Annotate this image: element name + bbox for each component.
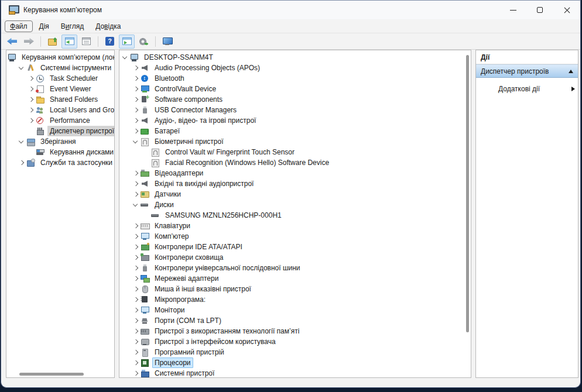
device-item[interactable]: Контролери універсальної послідовної шин… — [119, 263, 471, 273]
chevron-right-icon[interactable] — [131, 326, 141, 336]
device-item[interactable]: Audio Processing Objects (APOs) — [119, 63, 471, 73]
chevron-right-icon[interactable] — [131, 169, 141, 178]
forward-button[interactable] — [21, 35, 37, 49]
properties-button[interactable] — [78, 35, 94, 49]
chevron-right-icon[interactable] — [131, 337, 141, 346]
more-actions-item[interactable]: Додаткові дії — [476, 83, 578, 95]
device-item[interactable]: Батареї — [119, 126, 471, 136]
up-level-button[interactable] — [44, 35, 60, 49]
chevron-down-icon[interactable] — [131, 200, 141, 209]
device-item[interactable]: SAMSUNG MZNLN256HCHP-000H1 — [119, 210, 471, 221]
device-item[interactable]: Відеоадаптери — [119, 168, 471, 178]
chevron-down-icon[interactable] — [17, 63, 26, 73]
chevron-right-icon[interactable] — [26, 84, 36, 94]
device-item[interactable]: Bluetooth — [119, 73, 471, 84]
device-item[interactable]: Control Vault w/ Fingerprint Touch Senso… — [119, 147, 471, 157]
chevron-right-icon[interactable] — [131, 242, 141, 252]
chevron-right-icon[interactable] — [26, 105, 36, 115]
chevron-right-icon[interactable] — [131, 263, 141, 273]
tree-item[interactable]: Local Users and Groups — [6, 105, 114, 115]
tree-item[interactable]: Performance — [6, 115, 114, 126]
chevron-right-icon[interactable] — [131, 74, 141, 83]
device-item[interactable]: Монітори — [119, 305, 471, 315]
show-action-pane-button[interactable] — [119, 35, 135, 49]
device-item[interactable]: Клавіатури — [119, 221, 471, 231]
tree-item[interactable]: Служби та застосунки — [6, 157, 114, 168]
device-item[interactable]: Вхідні та вихідні аудіопристрої — [119, 178, 471, 189]
collapse-icon[interactable] — [569, 70, 573, 73]
chevron-right-icon[interactable] — [131, 232, 141, 241]
chevron-right-icon[interactable] — [26, 116, 36, 125]
tree-item[interactable]: Керування дисками — [6, 147, 114, 157]
tree-item[interactable]: Event Viewer — [6, 84, 114, 94]
chevron-right-icon[interactable] — [131, 284, 141, 294]
tree-item[interactable]: Зберігання — [6, 136, 114, 147]
menu-file[interactable]: Файл — [5, 20, 33, 32]
chevron-right-icon[interactable] — [131, 316, 141, 325]
horizontal-scrollbar-thumb[interactable] — [19, 373, 84, 376]
chevron-right-icon[interactable] — [131, 295, 141, 304]
device-item[interactable]: Системні пристрої — [119, 368, 471, 378]
chevron-right-icon[interactable] — [131, 105, 141, 115]
device-item[interactable]: Software components — [119, 94, 471, 105]
tree-item[interactable]: Shared Folders — [6, 94, 114, 105]
device-item[interactable]: Програмний пристрій — [119, 347, 471, 357]
tree-item[interactable]: Диспетчер пристроїв — [6, 126, 114, 136]
chevron-right-icon[interactable] — [131, 190, 141, 199]
menu-action[interactable]: Дія — [34, 20, 54, 32]
device-item[interactable]: DESKTOP-SSANM4T — [119, 52, 471, 63]
chevron-right-icon[interactable] — [131, 305, 141, 315]
close-button[interactable] — [553, 1, 580, 19]
titlebar[interactable]: Керування комп’ютером — [1, 1, 580, 19]
chevron-right-icon[interactable] — [131, 95, 141, 104]
chevron-down-icon[interactable] — [121, 53, 130, 62]
chevron-right-icon[interactable] — [131, 348, 141, 357]
device-item[interactable]: Комп’ютер — [119, 231, 471, 242]
device-item[interactable]: Аудіо-, відео- та ігрові пристрої — [119, 115, 471, 126]
device-item[interactable]: Контролери IDE ATA/ATAPI — [119, 242, 471, 252]
export-list-button[interactable] — [136, 35, 152, 49]
device-item[interactable]: ControlVault Device — [119, 84, 471, 94]
chevron-right-icon[interactable] — [131, 126, 141, 136]
chevron-right-icon[interactable] — [131, 179, 141, 188]
chevron-right-icon[interactable] — [26, 74, 36, 83]
minimize-button[interactable] — [499, 1, 526, 19]
device-item[interactable]: Пристрої з використанням технології пам’… — [119, 326, 471, 336]
maximize-button[interactable] — [526, 1, 553, 19]
device-item[interactable]: Facial Recognition (Windows Hello) Softw… — [119, 157, 471, 168]
chevron-down-icon[interactable] — [17, 137, 26, 146]
vertical-scrollbar-thumb[interactable] — [466, 55, 469, 332]
device-item[interactable]: Диски — [119, 200, 471, 210]
tree-item[interactable]: Системні інструменти — [6, 63, 114, 73]
device-item[interactable]: Мережеві адаптери — [119, 273, 471, 284]
chevron-right-icon[interactable] — [131, 369, 141, 378]
device-item[interactable]: Біометричні пристрої — [119, 136, 471, 147]
menu-help[interactable]: Довідка — [90, 20, 126, 32]
horizontal-scrollbar[interactable] — [8, 372, 113, 377]
help-button[interactable]: ? — [102, 35, 118, 49]
device-item[interactable]: Датчики — [119, 189, 471, 200]
chevron-right-icon[interactable] — [26, 95, 36, 104]
tree-item[interactable]: Task Scheduler — [6, 73, 114, 84]
device-item[interactable]: Процесори — [119, 357, 471, 368]
back-button[interactable] — [4, 35, 20, 49]
device-item[interactable]: Мікропрограма: — [119, 294, 471, 305]
tree-item[interactable]: Керування комп’ютером (лока — [6, 52, 114, 63]
chevron-down-icon[interactable] — [131, 137, 141, 146]
chevron-right-icon[interactable] — [131, 274, 141, 283]
remote-button[interactable] — [159, 35, 175, 49]
device-item[interactable]: USB Connector Managers — [119, 105, 471, 115]
chevron-right-icon[interactable] — [131, 63, 141, 73]
menu-view[interactable]: Вигляд — [56, 20, 89, 32]
device-item[interactable]: Контролери сховища — [119, 252, 471, 263]
actions-section-device-manager[interactable]: Диспетчер пристроїв — [476, 64, 578, 78]
device-item[interactable]: Пристрої з інтерфейсом користувача — [119, 336, 471, 347]
device-item[interactable]: Миша й інші вказівні пристрої — [119, 284, 471, 294]
device-item[interactable]: Порти (COM та LPT) — [119, 315, 471, 326]
chevron-right-icon[interactable] — [131, 116, 141, 125]
chevron-right-icon[interactable] — [17, 158, 26, 167]
vertical-scrollbar[interactable] — [465, 51, 470, 376]
chevron-right-icon[interactable] — [131, 358, 141, 367]
show-console-tree-button[interactable] — [61, 35, 77, 49]
chevron-right-icon[interactable] — [131, 253, 141, 262]
